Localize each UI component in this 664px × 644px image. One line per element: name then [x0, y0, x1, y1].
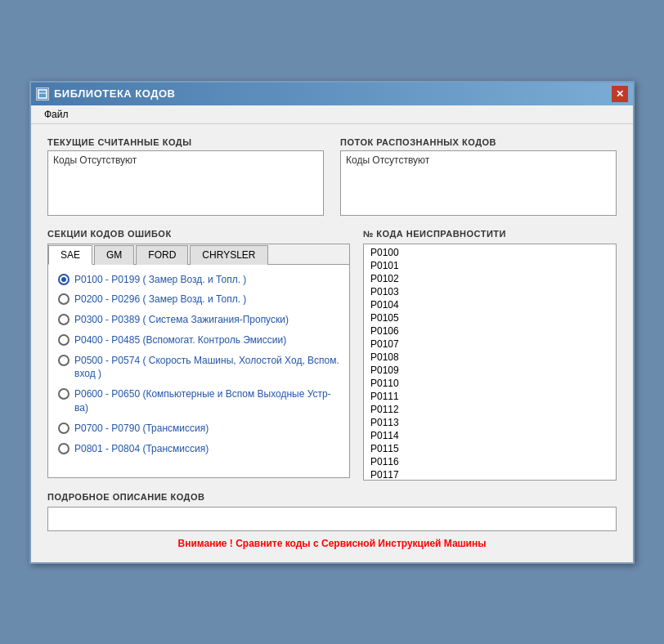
radio-label: P0600 - P0650 (Компьютерные и Вспом Выхо…	[74, 387, 339, 415]
current-codes-text: Коды Отсутствуют	[53, 154, 137, 166]
list-item[interactable]: P0116	[364, 455, 616, 468]
list-item[interactable]: P0106	[364, 324, 616, 338]
recognized-codes-box: Коды Отсутствуют	[340, 150, 617, 216]
current-codes-title: ТЕКУЩИЕ СЧИТАННЫЕ КОДЫ	[47, 137, 324, 147]
close-button[interactable]: ✕	[612, 86, 628, 102]
radio-label: P0500 - P0574 ( Скорость Машины, Холосто…	[74, 354, 339, 382]
tab-sae[interactable]: SAE	[48, 245, 92, 265]
menu-file[interactable]: Файл	[38, 107, 75, 122]
codes-section: СЕКЦИИ КОДОВ ОШИБОК SAE GM FORD CHRYSLER…	[47, 229, 350, 481]
bottom-section: ПОДРОБНОЕ ОПИСАНИЕ КОДОВ Внимание ! Срав…	[47, 492, 617, 549]
radio-button[interactable]	[58, 334, 70, 346]
recognized-codes-text: Коды Отсутствуют	[346, 154, 429, 166]
radio-button[interactable]	[58, 314, 70, 325]
list-item[interactable]: P0111	[364, 390, 616, 403]
description-title: ПОДРОБНОЕ ОПИСАНИЕ КОДОВ	[47, 492, 617, 502]
radio-label: P0200 - P0296 ( Замер Возд. и Топл. )	[74, 293, 246, 306]
warning-text: Внимание ! Сравните коды с Сервисной Инс…	[47, 538, 617, 549]
list-item[interactable]: P0107	[364, 338, 616, 351]
tab-gm[interactable]: GM	[94, 245, 134, 265]
tab-ford[interactable]: FORD	[136, 245, 188, 265]
tab-container: SAE GM FORD CHRYSLER P0100 - P0199 ( Зам…	[47, 244, 350, 478]
radio-label: P0700 - P0790 (Трансмиссия)	[74, 422, 209, 436]
radio-item[interactable]: P0100 - P0199 ( Замер Возд. и Топл. )	[58, 273, 339, 287]
radio-button[interactable]	[58, 388, 70, 400]
middle-section: СЕКЦИИ КОДОВ ОШИБОК SAE GM FORD CHRYSLER…	[47, 229, 617, 481]
svg-rect-0	[38, 90, 47, 98]
recognized-codes-panel: ПОТОК РАСПОЗНАННЫХ КОДОВ Коды Отсутствую…	[340, 137, 617, 216]
tab-content-sae: P0100 - P0199 ( Замер Возд. и Топл. )P02…	[48, 265, 349, 477]
recognized-codes-title: ПОТОК РАСПОЗНАННЫХ КОДОВ	[340, 137, 617, 147]
list-item[interactable]: P0110	[364, 377, 616, 390]
tab-bar: SAE GM FORD CHRYSLER	[48, 244, 349, 265]
list-item[interactable]: P0109	[364, 364, 616, 377]
list-item[interactable]: P0113	[364, 416, 616, 429]
list-item[interactable]: P0105	[364, 311, 616, 324]
right-section: № КОДА НЕИСПРАВНОСТИТИ P0100P0101P0102P0…	[363, 229, 617, 481]
list-item[interactable]: P0117	[364, 468, 616, 481]
radio-label: P0801 - P0804 (Трансмиссия)	[74, 442, 209, 456]
title-bar: БИБЛИОТЕКА КОДОВ ✕	[31, 83, 633, 105]
radio-button[interactable]	[58, 274, 70, 285]
radio-label: P0400 - P0485 (Вспомогат. Контроль Эмисс…	[74, 333, 286, 347]
code-list-container[interactable]: P0100P0101P0102P0103P0104P0105P0106P0107…	[363, 244, 617, 481]
menu-bar: Файл	[31, 105, 633, 124]
radio-item[interactable]: P0700 - P0790 (Трансмиссия)	[58, 422, 339, 436]
list-item[interactable]: P0103	[364, 285, 616, 298]
list-item[interactable]: P0115	[364, 442, 616, 455]
description-input[interactable]	[47, 507, 617, 531]
radio-item[interactable]: P0300 - P0389 ( Система Зажигания-Пропус…	[58, 313, 339, 327]
radio-label: P0100 - P0199 ( Замер Возд. и Топл. )	[74, 273, 246, 287]
radio-label: P0300 - P0389 ( Система Зажигания-Пропус…	[74, 313, 289, 327]
radio-button[interactable]	[58, 423, 70, 434]
code-list: P0100P0101P0102P0103P0104P0105P0106P0107…	[364, 244, 616, 481]
radio-item[interactable]: P0801 - P0804 (Трансмиссия)	[58, 442, 339, 456]
list-item[interactable]: P0112	[364, 403, 616, 416]
main-window: БИБЛИОТЕКА КОДОВ ✕ Файл ТЕКУЩИЕ СЧИТАННЫ…	[29, 81, 635, 564]
fault-codes-title: № КОДА НЕИСПРАВНОСТИТИ	[363, 229, 617, 239]
list-item[interactable]: P0104	[364, 298, 616, 311]
codes-section-title: СЕКЦИИ КОДОВ ОШИБОК	[47, 229, 350, 239]
list-item[interactable]: P0100	[364, 246, 616, 259]
current-codes-panel: ТЕКУЩИЕ СЧИТАННЫЕ КОДЫ Коды Отсутствуют	[47, 137, 324, 216]
list-item[interactable]: P0114	[364, 429, 616, 442]
radio-button[interactable]	[58, 293, 70, 305]
list-item[interactable]: P0108	[364, 351, 616, 364]
radio-item[interactable]: P0400 - P0485 (Вспомогат. Контроль Эмисс…	[58, 333, 339, 347]
main-content: ТЕКУЩИЕ СЧИТАННЫЕ КОДЫ Коды Отсутствуют …	[31, 124, 633, 562]
radio-item[interactable]: P0600 - P0650 (Компьютерные и Вспом Выхо…	[58, 387, 339, 415]
current-codes-box: Коды Отсутствуют	[47, 150, 324, 216]
window-title: БИБЛИОТЕКА КОДОВ	[54, 87, 175, 100]
list-item[interactable]: P0101	[364, 259, 616, 272]
window-icon	[36, 87, 49, 101]
radio-item[interactable]: P0200 - P0296 ( Замер Возд. и Топл. )	[58, 293, 339, 306]
list-item[interactable]: P0102	[364, 272, 616, 285]
radio-button[interactable]	[58, 355, 70, 366]
radio-item[interactable]: P0500 - P0574 ( Скорость Машины, Холосто…	[58, 354, 339, 382]
radio-button[interactable]	[58, 443, 70, 454]
tab-chrysler[interactable]: CHRYSLER	[190, 245, 267, 265]
top-section: ТЕКУЩИЕ СЧИТАННЫЕ КОДЫ Коды Отсутствуют …	[47, 137, 617, 216]
